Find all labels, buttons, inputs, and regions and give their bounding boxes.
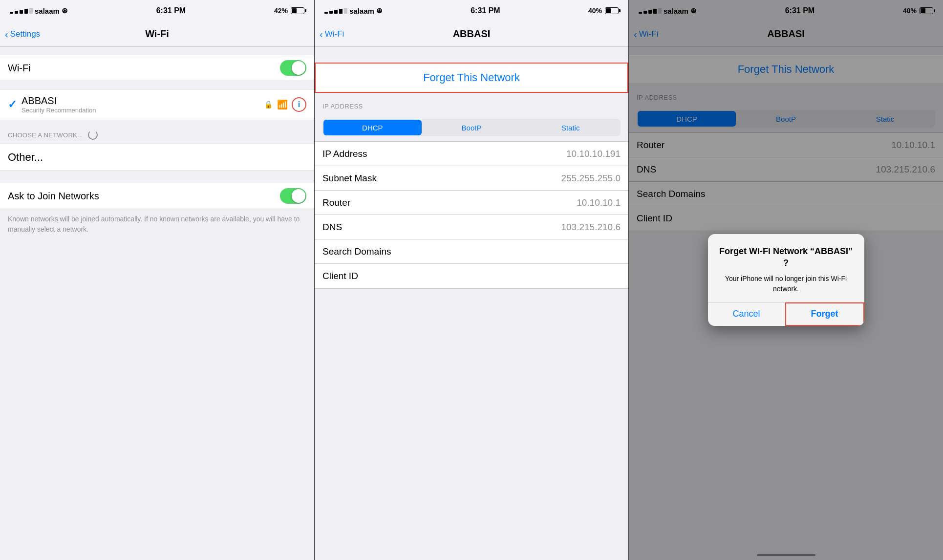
forget-network-button[interactable]: Forget This Network	[316, 64, 627, 92]
wifi-status-icon-1: ⊛	[62, 6, 68, 15]
abbasi-icons: 🔒 📶 i	[264, 97, 306, 112]
panel-network-detail: salaam ⊛ 6:31 PM 40% ‹ Wi-Fi ABBASI Forg…	[314, 0, 628, 560]
dhcp-label: DHCP	[362, 124, 383, 132]
loading-spinner	[88, 130, 98, 140]
ip-address-label: IP Address	[322, 149, 367, 159]
bootp-segment[interactable]: BootP	[423, 120, 521, 135]
wifi-toggle[interactable]	[280, 60, 306, 76]
back-label-2: Wi-Fi	[325, 29, 344, 39]
back-label-1: Settings	[10, 29, 40, 39]
wifi-toggle-thumb	[292, 61, 305, 75]
battery-icon-2	[605, 7, 619, 14]
choose-network-label: CHOOSE A NETWORK...	[8, 131, 83, 139]
status-bar-left-1: salaam ⊛	[10, 6, 68, 15]
ask-toggle-row[interactable]: Ask to Join Networks	[0, 183, 314, 209]
ip-fields: IP Address 10.10.10.191 Subnet Mask 255.…	[315, 141, 628, 289]
ip-address-value: 10.10.10.191	[566, 149, 621, 159]
network-detail-content: Forget This Network IP ADDRESS DHCP Boot…	[315, 47, 628, 560]
wifi-signal-icon: 📶	[277, 99, 288, 110]
dns-value: 103.215.210.6	[561, 222, 621, 233]
forget-dialog: Forget Wi-Fi Network “ABBASI” ? Your iPh…	[708, 234, 864, 326]
signal-dots-1	[10, 8, 33, 14]
wifi-back-button-2[interactable]: ‹ Wi-Fi	[320, 29, 344, 39]
nav-bar-1: ‹ Settings Wi-Fi	[0, 22, 314, 47]
wifi-label: Wi-Fi	[8, 63, 31, 74]
signal-dots-2	[324, 8, 347, 14]
forget-btn-label: Forget This Network	[423, 71, 520, 84]
client-id-label: Client ID	[322, 271, 358, 281]
dialog-message: Your iPhone will no longer join this Wi-…	[718, 274, 855, 294]
wifi-status-icon-2: ⊛	[376, 6, 383, 15]
time-2: 6:31 PM	[471, 6, 500, 15]
abbasi-content: ABBASI Security Recommendation	[21, 95, 96, 114]
back-chevron-icon-1: ‹	[5, 29, 8, 39]
status-bar-right-2: 40%	[588, 7, 619, 15]
abbasi-name: ABBASI	[21, 95, 96, 107]
status-bar-2: salaam ⊛ 6:31 PM 40%	[315, 0, 628, 22]
subnet-mask-value: 255.255.255.0	[561, 173, 621, 184]
battery-icon-1	[291, 7, 304, 14]
static-label: Static	[561, 124, 580, 132]
ask-toggle-thumb	[292, 189, 305, 203]
router-row: Router 10.10.10.1	[315, 191, 628, 215]
search-domains-row: Search Domains	[315, 239, 628, 264]
ask-toggle-section: Ask to Join Networks	[0, 183, 314, 209]
dialog-overlay: Forget Wi-Fi Network “ABBASI” ? Your iPh…	[629, 0, 943, 560]
dialog-buttons: Cancel Forget	[708, 302, 864, 326]
ip-address-row: IP Address 10.10.10.191	[315, 142, 628, 166]
page-title-1: Wi-Fi	[145, 28, 169, 40]
subnet-mask-row: Subnet Mask 255.255.255.0	[315, 166, 628, 191]
dhcp-segment[interactable]: DHCP	[323, 120, 422, 135]
other-label: Other...	[8, 151, 43, 163]
ask-to-join-section: Ask to Join Networks Known networks will…	[0, 183, 314, 242]
router-value: 10.10.10.1	[577, 197, 621, 208]
page-title-2: ABBASI	[453, 28, 491, 40]
back-chevron-icon-2: ‹	[320, 29, 323, 39]
abbasi-row-left: ✓ ABBASI Security Recommendation	[8, 95, 96, 114]
other-network-row[interactable]: Other...	[0, 144, 314, 171]
battery-fill-1	[292, 8, 297, 13]
client-id-row: Client ID	[315, 264, 628, 288]
carrier-2: salaam	[349, 7, 374, 15]
bootp-label: BootP	[462, 124, 482, 132]
status-bar-1: salaam ⊛ 6:31 PM 42%	[0, 0, 314, 22]
wifi-toggle-row[interactable]: Wi-Fi	[0, 55, 314, 81]
dialog-title: Forget Wi-Fi Network “ABBASI” ?	[718, 246, 855, 269]
status-bar-right-1: 42%	[274, 7, 304, 15]
lock-icon: 🔒	[264, 100, 273, 109]
info-icon: i	[298, 100, 300, 109]
static-segment[interactable]: Static	[521, 120, 620, 135]
ask-description: Known networks will be joined automatica…	[0, 209, 314, 242]
choose-network-header: CHOOSE A NETWORK...	[0, 120, 314, 144]
ask-label: Ask to Join Networks	[8, 191, 99, 202]
wifi-settings-content: Wi-Fi ✓ ABBASI Security Recommendation	[0, 47, 314, 560]
dialog-content: Forget Wi-Fi Network “ABBASI” ? Your iPh…	[708, 234, 864, 302]
search-domains-label: Search Domains	[322, 246, 391, 257]
battery-pct-2: 40%	[588, 7, 602, 15]
ask-toggle[interactable]	[280, 188, 306, 204]
ip-mode-selector: DHCP BootP Static	[315, 114, 628, 141]
wifi-toggle-section: Wi-Fi	[0, 55, 314, 81]
settings-back-button[interactable]: ‹ Settings	[5, 29, 40, 39]
carrier-1: salaam	[35, 7, 60, 15]
nav-bar-2: ‹ Wi-Fi ABBASI	[315, 22, 628, 47]
battery-fill-2	[606, 8, 611, 13]
segmented-control: DHCP BootP Static	[322, 119, 621, 136]
panel-wifi-settings: salaam ⊛ 6:31 PM 42% ‹ Settings Wi-Fi Wi…	[0, 0, 314, 560]
ip-address-header: IP ADDRESS	[315, 93, 628, 114]
dns-label: DNS	[322, 222, 342, 233]
info-button[interactable]: i	[292, 97, 306, 112]
time-1: 6:31 PM	[156, 6, 186, 15]
subnet-mask-label: Subnet Mask	[322, 173, 377, 184]
forget-confirm-button[interactable]: Forget	[785, 302, 864, 326]
router-label: Router	[322, 197, 350, 208]
dns-row: DNS 103.215.210.6	[315, 215, 628, 239]
status-bar-left-2: salaam ⊛	[324, 6, 383, 15]
checkmark-icon: ✓	[8, 98, 17, 111]
network-section: ✓ ABBASI Security Recommendation 🔒 📶 i	[0, 89, 314, 120]
battery-pct-1: 42%	[274, 7, 288, 15]
abbasi-network-row[interactable]: ✓ ABBASI Security Recommendation 🔒 📶 i	[0, 89, 314, 120]
panel-forget-dialog: salaam ⊛ 6:31 PM 40% ‹ Wi-Fi ABBASI Forg…	[628, 0, 943, 560]
abbasi-sublabel: Security Recommendation	[21, 107, 96, 114]
cancel-button[interactable]: Cancel	[708, 302, 785, 326]
